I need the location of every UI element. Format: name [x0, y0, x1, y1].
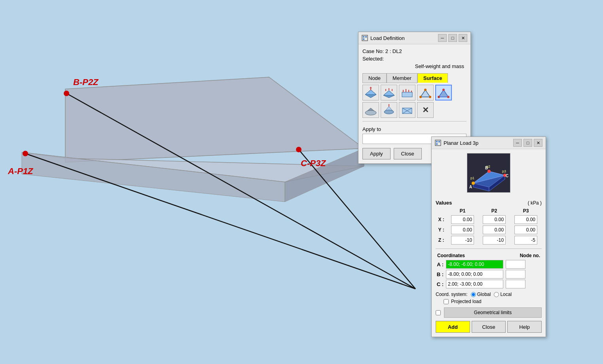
- svg-marker-15: [365, 90, 376, 95]
- y-p3-input[interactable]: [514, 226, 537, 234]
- load-def-title: Load Definition: [370, 35, 405, 41]
- x-p3-input[interactable]: [514, 215, 537, 224]
- svg-rect-48: [438, 141, 440, 142]
- label-c-p3z: C-P3Z: [301, 158, 326, 169]
- coord-c-input[interactable]: [446, 280, 503, 288]
- planar-maximize-btn[interactable]: □: [523, 139, 532, 147]
- svg-point-8: [23, 151, 28, 156]
- coord-a-input[interactable]: [446, 260, 503, 269]
- y-p1-input[interactable]: [451, 226, 474, 234]
- planar-add-btn[interactable]: Add: [436, 321, 470, 333]
- row-y-label: Y :: [436, 225, 447, 235]
- row-x-label: X :: [436, 214, 447, 225]
- planar-footer: Add Close Help: [436, 321, 542, 333]
- local-label: Local: [500, 292, 512, 297]
- coord-c-label: C :: [436, 281, 444, 287]
- coord-a-label: A :: [436, 262, 444, 267]
- case-no: Case No: 2 : DL2: [362, 48, 466, 54]
- local-radio[interactable]: [494, 292, 499, 297]
- load-def-close-btn[interactable]: ✕: [459, 34, 467, 42]
- svg-text:p3: p3: [502, 169, 506, 173]
- col-p3: P3: [510, 207, 542, 214]
- svg-rect-13: [363, 38, 364, 40]
- geom-limits-row: Geometrical limits: [436, 307, 542, 318]
- load-def-icon: [362, 35, 368, 41]
- planar-close-btn[interactable]: ✕: [534, 139, 542, 147]
- svg-rect-11: [363, 36, 364, 38]
- svg-rect-23: [402, 92, 412, 97]
- svg-point-31: [424, 89, 427, 91]
- projected-checkbox[interactable]: [444, 299, 449, 304]
- svg-marker-17: [370, 87, 372, 88]
- svg-line-6: [299, 150, 415, 289]
- geom-limits-btn[interactable]: Geometrical limits: [444, 307, 542, 318]
- load-icon-6[interactable]: [362, 102, 379, 118]
- planar-diagram: A B C p1 p2 p3: [467, 153, 510, 193]
- load-icon-3[interactable]: [399, 85, 415, 100]
- load-tabs: Node Member Surface: [362, 73, 466, 83]
- load-def-minimize-btn[interactable]: ─: [438, 34, 447, 42]
- self-weight-label: Self-weight and mass: [415, 63, 464, 69]
- svg-text:A: A: [469, 185, 472, 189]
- planar-minimize-btn[interactable]: ─: [513, 139, 522, 147]
- planar-title: Planar Load 3p: [444, 140, 478, 146]
- svg-point-39: [365, 110, 376, 115]
- x-p1-input[interactable]: [451, 215, 474, 224]
- coord-system-label: Coord. system:: [436, 292, 468, 297]
- y-p2-input[interactable]: [483, 226, 506, 234]
- global-radio-label[interactable]: Global: [471, 292, 491, 297]
- svg-point-41: [384, 110, 394, 114]
- load-def-apply-btn[interactable]: Apply: [362, 148, 391, 159]
- load-def-maximize-btn[interactable]: □: [448, 34, 457, 42]
- row-x: X :: [436, 214, 542, 225]
- svg-text:C: C: [506, 174, 508, 178]
- load-icon-8[interactable]: [399, 102, 415, 118]
- unit-label: ( kPa ): [528, 200, 542, 206]
- svg-marker-19: [383, 91, 394, 95]
- tab-member[interactable]: Member: [387, 73, 417, 83]
- svg-point-9: [296, 147, 302, 152]
- coord-b-input[interactable]: [446, 270, 503, 279]
- local-radio-label[interactable]: Local: [494, 292, 512, 297]
- geom-limits-checkbox[interactable]: [436, 310, 441, 315]
- planar-controls: ─ □ ✕: [513, 139, 542, 147]
- load-icons-grid: 1': [362, 85, 466, 118]
- svg-point-55: [472, 182, 475, 185]
- load-icon-x[interactable]: ✕: [417, 102, 434, 118]
- coord-c-node[interactable]: [506, 280, 525, 288]
- coord-a-node[interactable]: [506, 260, 525, 269]
- load-icon-5[interactable]: 1': [435, 85, 452, 100]
- svg-point-35: [442, 89, 445, 91]
- x-icon: ✕: [422, 105, 429, 115]
- load-icon-2[interactable]: [381, 85, 397, 100]
- coord-b-node[interactable]: [506, 270, 525, 279]
- svg-rect-47: [436, 141, 438, 142]
- svg-point-56: [487, 170, 491, 173]
- load-icon-1[interactable]: [362, 85, 379, 100]
- load-icon-7[interactable]: [381, 102, 397, 118]
- global-label: Global: [477, 292, 491, 297]
- coord-a-row: A :: [436, 260, 542, 269]
- z-p2-input[interactable]: [483, 236, 506, 245]
- selected-label: Selected:: [362, 56, 466, 62]
- label-b-p2z: B-P2Z: [73, 77, 99, 87]
- load-icon-4[interactable]: [417, 85, 434, 100]
- tab-surface[interactable]: Surface: [417, 73, 448, 83]
- load-def-titlebar[interactable]: Load Definition ─ □ ✕: [358, 32, 470, 44]
- planar-titlebar[interactable]: Planar Load 3p ─ □ ✕: [432, 137, 546, 149]
- row-z-label: Z :: [436, 235, 447, 245]
- global-radio[interactable]: [471, 292, 476, 297]
- svg-point-32: [429, 96, 431, 98]
- coord-system-row: Coord. system: Global Local: [436, 292, 542, 297]
- planar-help-btn[interactable]: Help: [507, 321, 542, 333]
- apply-to-label: Apply to: [362, 126, 466, 132]
- svg-point-7: [64, 91, 69, 96]
- z-p1-input[interactable]: [451, 236, 474, 245]
- svg-rect-49: [436, 143, 438, 145]
- tab-node[interactable]: Node: [362, 73, 387, 83]
- planar-close-btn2[interactable]: Close: [472, 321, 506, 333]
- load-def-close-btn2[interactable]: Close: [394, 148, 422, 159]
- svg-text:p1: p1: [470, 176, 474, 180]
- x-p2-input[interactable]: [483, 215, 506, 224]
- z-p3-input[interactable]: [514, 236, 537, 245]
